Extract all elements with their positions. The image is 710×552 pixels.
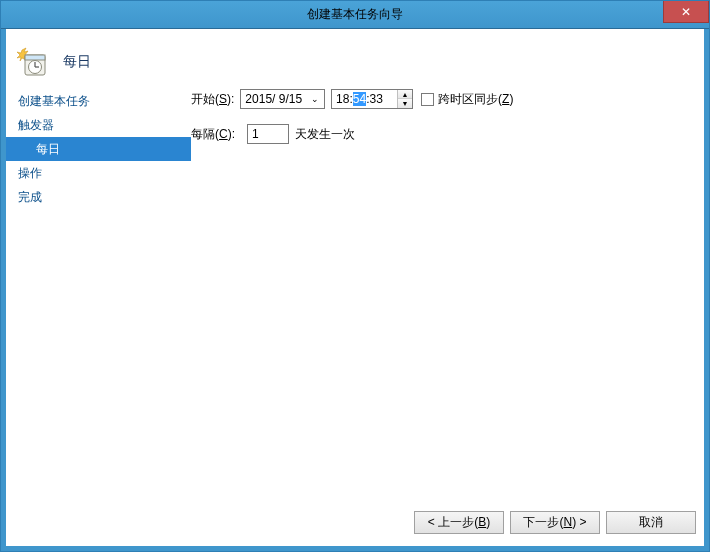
page-title: 每日	[63, 53, 91, 71]
spinner-up-icon[interactable]: ▲	[398, 90, 412, 99]
sidebar-item-trigger[interactable]: 触发器	[6, 113, 191, 137]
main-panel: 开始(S): 2015/ 9/15 ⌄ 18:54:33 ▲ ▼	[191, 89, 704, 498]
window-body: 每日 创建基本任务 触发器 每日 操作 完成 开始(S): 2015/ 9/15…	[1, 29, 709, 551]
row-interval: 每隔(C): 1 天发生一次	[191, 124, 704, 144]
time-spinner-buttons[interactable]: ▲ ▼	[397, 90, 412, 108]
close-icon: ✕	[681, 5, 691, 19]
interval-label: 每隔(C):	[191, 126, 235, 143]
timezone-sync-checkbox[interactable]	[421, 93, 434, 106]
window-title: 创建基本任务向导	[307, 6, 403, 23]
start-date-value: 2015/ 9/15	[245, 92, 302, 106]
footer: < 上一步(B) 下一步(N) > 取消	[6, 498, 704, 546]
close-button[interactable]: ✕	[663, 1, 709, 23]
cancel-button[interactable]: 取消	[606, 511, 696, 534]
titlebar: 创建基本任务向导 ✕	[1, 1, 709, 29]
interval-value: 1	[252, 127, 259, 141]
row-start: 开始(S): 2015/ 9/15 ⌄ 18:54:33 ▲ ▼	[191, 89, 704, 109]
content: 创建基本任务 触发器 每日 操作 完成 开始(S): 2015/ 9/15 ⌄	[6, 89, 704, 498]
spinner-down-icon[interactable]: ▼	[398, 99, 412, 108]
wizard-header: 每日	[6, 29, 704, 89]
interval-unit-label: 天发生一次	[295, 126, 355, 143]
timezone-sync-label: 跨时区同步(Z)	[438, 91, 513, 108]
start-time-spinner[interactable]: 18:54:33 ▲ ▼	[331, 89, 413, 109]
sidebar-item-daily[interactable]: 每日	[6, 137, 191, 161]
start-date-picker[interactable]: 2015/ 9/15 ⌄	[240, 89, 325, 109]
sidebar-item-action[interactable]: 操作	[6, 161, 191, 185]
svg-rect-1	[25, 55, 45, 60]
scheduler-icon	[16, 46, 48, 78]
sidebar-item-create-basic-task[interactable]: 创建基本任务	[6, 89, 191, 113]
interval-input[interactable]: 1	[247, 124, 289, 144]
back-button[interactable]: < 上一步(B)	[414, 511, 504, 534]
start-label: 开始(S):	[191, 91, 234, 108]
wizard-window: 创建基本任务向导 ✕ 每日 创建基本任务 触发器 每日	[0, 0, 710, 552]
start-time-value: 18:54:33	[336, 92, 383, 106]
sidebar-item-finish[interactable]: 完成	[6, 185, 191, 209]
next-button[interactable]: 下一步(N) >	[510, 511, 600, 534]
chevron-down-icon: ⌄	[308, 92, 322, 106]
sidebar: 创建基本任务 触发器 每日 操作 完成	[6, 89, 191, 498]
